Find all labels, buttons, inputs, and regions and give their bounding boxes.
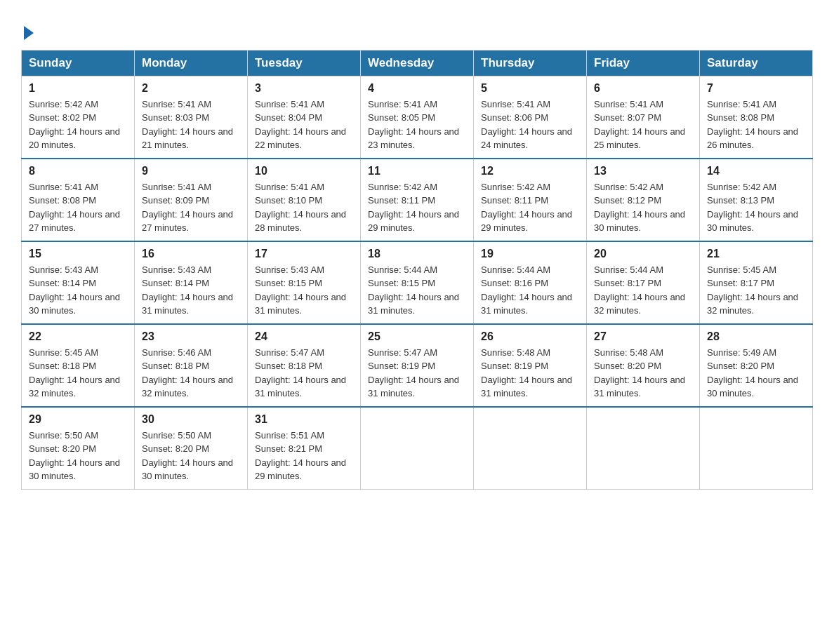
day-info: Sunrise: 5:41 AMSunset: 8:06 PMDaylight:…	[481, 99, 572, 151]
day-number: 14	[707, 165, 805, 177]
calendar-cell: 7Sunrise: 5:41 AMSunset: 8:08 PMDaylight…	[700, 76, 813, 159]
calendar-week-row-1: 1Sunrise: 5:42 AMSunset: 8:02 PMDaylight…	[22, 76, 813, 159]
calendar-week-row-2: 8Sunrise: 5:41 AMSunset: 8:08 PMDaylight…	[22, 159, 813, 241]
calendar-cell: 30Sunrise: 5:50 AMSunset: 8:20 PMDayligh…	[135, 407, 248, 490]
day-info: Sunrise: 5:42 AMSunset: 8:13 PMDaylight:…	[707, 182, 798, 234]
calendar-week-row-3: 15Sunrise: 5:43 AMSunset: 8:14 PMDayligh…	[22, 241, 813, 324]
day-info: Sunrise: 5:46 AMSunset: 8:18 PMDaylight:…	[142, 347, 233, 399]
calendar-cell: 14Sunrise: 5:42 AMSunset: 8:13 PMDayligh…	[700, 159, 813, 241]
calendar-cell: 13Sunrise: 5:42 AMSunset: 8:12 PMDayligh…	[587, 159, 700, 241]
day-info: Sunrise: 5:47 AMSunset: 8:18 PMDaylight:…	[255, 347, 346, 399]
day-info: Sunrise: 5:43 AMSunset: 8:14 PMDaylight:…	[29, 264, 120, 316]
day-number: 10	[255, 165, 353, 177]
calendar-cell: 1Sunrise: 5:42 AMSunset: 8:02 PMDaylight…	[22, 76, 135, 159]
day-number: 31	[255, 413, 353, 426]
calendar-day-header-tuesday: Tuesday	[248, 50, 361, 76]
day-info: Sunrise: 5:41 AMSunset: 8:07 PMDaylight:…	[594, 99, 685, 151]
day-number: 17	[255, 248, 353, 260]
day-info: Sunrise: 5:44 AMSunset: 8:17 PMDaylight:…	[594, 264, 685, 316]
day-info: Sunrise: 5:41 AMSunset: 8:08 PMDaylight:…	[707, 99, 798, 151]
calendar-cell: 6Sunrise: 5:41 AMSunset: 8:07 PMDaylight…	[587, 76, 700, 159]
calendar-cell: 20Sunrise: 5:44 AMSunset: 8:17 PMDayligh…	[587, 241, 700, 324]
day-info: Sunrise: 5:42 AMSunset: 8:11 PMDaylight:…	[368, 182, 459, 234]
calendar-cell: 5Sunrise: 5:41 AMSunset: 8:06 PMDaylight…	[474, 76, 587, 159]
calendar-day-header-monday: Monday	[135, 50, 248, 76]
day-number: 9	[142, 165, 240, 177]
calendar-cell: 23Sunrise: 5:46 AMSunset: 8:18 PMDayligh…	[135, 324, 248, 407]
calendar-day-header-wednesday: Wednesday	[361, 50, 474, 76]
calendar-day-header-sunday: Sunday	[22, 50, 135, 76]
day-number: 8	[29, 165, 127, 177]
day-number: 28	[707, 330, 805, 343]
calendar-week-row-5: 29Sunrise: 5:50 AMSunset: 8:20 PMDayligh…	[22, 407, 813, 490]
day-number: 21	[707, 248, 805, 260]
day-info: Sunrise: 5:45 AMSunset: 8:17 PMDaylight:…	[707, 264, 798, 316]
calendar-cell: 17Sunrise: 5:43 AMSunset: 8:15 PMDayligh…	[248, 241, 361, 324]
calendar-cell: 3Sunrise: 5:41 AMSunset: 8:04 PMDaylight…	[248, 76, 361, 159]
day-number: 26	[481, 330, 579, 343]
day-number: 6	[594, 82, 692, 95]
day-number: 11	[368, 165, 466, 177]
day-number: 13	[594, 165, 692, 177]
day-number: 22	[29, 330, 127, 343]
day-info: Sunrise: 5:41 AMSunset: 8:03 PMDaylight:…	[142, 99, 233, 151]
logo-top-line	[21, 20, 34, 43]
page-header	[21, 14, 813, 43]
calendar-week-row-4: 22Sunrise: 5:45 AMSunset: 8:18 PMDayligh…	[22, 324, 813, 407]
day-number: 29	[29, 413, 127, 426]
calendar-cell: 16Sunrise: 5:43 AMSunset: 8:14 PMDayligh…	[135, 241, 248, 324]
calendar-cell	[361, 407, 474, 490]
calendar-cell: 9Sunrise: 5:41 AMSunset: 8:09 PMDaylight…	[135, 159, 248, 241]
day-info: Sunrise: 5:42 AMSunset: 8:02 PMDaylight:…	[29, 99, 120, 151]
day-number: 2	[142, 82, 240, 95]
calendar-cell: 4Sunrise: 5:41 AMSunset: 8:05 PMDaylight…	[361, 76, 474, 159]
day-number: 3	[255, 82, 353, 95]
day-info: Sunrise: 5:44 AMSunset: 8:16 PMDaylight:…	[481, 264, 572, 316]
calendar-cell: 19Sunrise: 5:44 AMSunset: 8:16 PMDayligh…	[474, 241, 587, 324]
day-info: Sunrise: 5:50 AMSunset: 8:20 PMDaylight:…	[29, 430, 120, 482]
day-number: 19	[481, 248, 579, 260]
day-number: 5	[481, 82, 579, 95]
day-info: Sunrise: 5:49 AMSunset: 8:20 PMDaylight:…	[707, 347, 798, 399]
calendar-cell: 24Sunrise: 5:47 AMSunset: 8:18 PMDayligh…	[248, 324, 361, 407]
logo-triangle-icon	[24, 26, 34, 40]
day-info: Sunrise: 5:48 AMSunset: 8:20 PMDaylight:…	[594, 347, 685, 399]
calendar-cell: 15Sunrise: 5:43 AMSunset: 8:14 PMDayligh…	[22, 241, 135, 324]
day-info: Sunrise: 5:41 AMSunset: 8:04 PMDaylight:…	[255, 99, 346, 151]
calendar-cell	[700, 407, 813, 490]
calendar-cell: 27Sunrise: 5:48 AMSunset: 8:20 PMDayligh…	[587, 324, 700, 407]
calendar-cell: 31Sunrise: 5:51 AMSunset: 8:21 PMDayligh…	[248, 407, 361, 490]
day-number: 18	[368, 248, 466, 260]
calendar-cell: 10Sunrise: 5:41 AMSunset: 8:10 PMDayligh…	[248, 159, 361, 241]
calendar-cell: 21Sunrise: 5:45 AMSunset: 8:17 PMDayligh…	[700, 241, 813, 324]
day-number: 25	[368, 330, 466, 343]
day-info: Sunrise: 5:41 AMSunset: 8:10 PMDaylight:…	[255, 182, 346, 234]
day-info: Sunrise: 5:50 AMSunset: 8:20 PMDaylight:…	[142, 430, 233, 482]
day-info: Sunrise: 5:43 AMSunset: 8:14 PMDaylight:…	[142, 264, 233, 316]
calendar-table: SundayMondayTuesdayWednesdayThursdayFrid…	[21, 50, 813, 490]
calendar-cell: 29Sunrise: 5:50 AMSunset: 8:20 PMDayligh…	[22, 407, 135, 490]
calendar-day-header-friday: Friday	[587, 50, 700, 76]
calendar-cell: 12Sunrise: 5:42 AMSunset: 8:11 PMDayligh…	[474, 159, 587, 241]
calendar-day-header-thursday: Thursday	[474, 50, 587, 76]
day-info: Sunrise: 5:47 AMSunset: 8:19 PMDaylight:…	[368, 347, 459, 399]
day-number: 30	[142, 413, 240, 426]
calendar-cell: 28Sunrise: 5:49 AMSunset: 8:20 PMDayligh…	[700, 324, 813, 407]
calendar-cell	[587, 407, 700, 490]
day-number: 12	[481, 165, 579, 177]
logo-text-block	[21, 20, 34, 43]
day-number: 16	[142, 248, 240, 260]
day-info: Sunrise: 5:42 AMSunset: 8:11 PMDaylight:…	[481, 182, 572, 234]
calendar-cell: 11Sunrise: 5:42 AMSunset: 8:11 PMDayligh…	[361, 159, 474, 241]
day-number: 24	[255, 330, 353, 343]
calendar-cell: 8Sunrise: 5:41 AMSunset: 8:08 PMDaylight…	[22, 159, 135, 241]
logo	[21, 20, 34, 43]
day-info: Sunrise: 5:43 AMSunset: 8:15 PMDaylight:…	[255, 264, 346, 316]
calendar-cell: 2Sunrise: 5:41 AMSunset: 8:03 PMDaylight…	[135, 76, 248, 159]
calendar-cell: 25Sunrise: 5:47 AMSunset: 8:19 PMDayligh…	[361, 324, 474, 407]
day-number: 23	[142, 330, 240, 343]
day-info: Sunrise: 5:41 AMSunset: 8:09 PMDaylight:…	[142, 182, 233, 234]
calendar-cell: 26Sunrise: 5:48 AMSunset: 8:19 PMDayligh…	[474, 324, 587, 407]
day-info: Sunrise: 5:41 AMSunset: 8:05 PMDaylight:…	[368, 99, 459, 151]
calendar-day-header-saturday: Saturday	[700, 50, 813, 76]
